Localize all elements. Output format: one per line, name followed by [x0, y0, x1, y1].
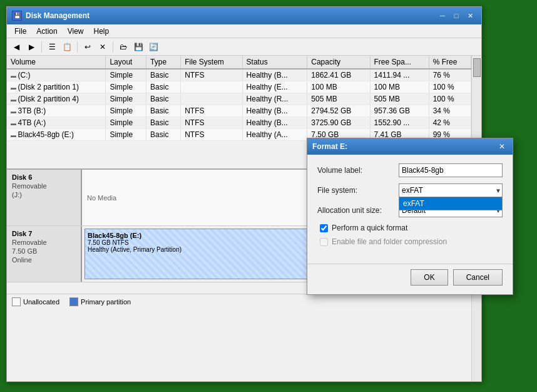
disk-7-type: Removable [12, 239, 76, 246]
minimize-button[interactable]: ─ [436, 11, 449, 21]
cell-r1-c2: Basic [146, 81, 181, 93]
file-system-control: exFAT ▼ exFAT [399, 183, 503, 197]
cell-r2-c2: Basic [146, 93, 181, 105]
toolbar-new[interactable]: 🗁 [116, 40, 130, 54]
dialog-close-button[interactable]: ✕ [496, 142, 508, 152]
cell-r5-c1: Simple [106, 129, 146, 141]
disk-6-type: Removable [12, 182, 76, 190]
separator-3 [113, 41, 113, 53]
toolbar-list[interactable]: ☰ [45, 40, 59, 54]
cell-r0-c7: 76 % [429, 69, 471, 81]
col-filesystem[interactable]: File System [181, 56, 242, 69]
cell-r3-c1: Simple [106, 105, 146, 117]
cell-r2-c3 [181, 93, 242, 105]
cell-r1-c3 [181, 81, 242, 93]
disk-7-status: Online [12, 256, 76, 264]
quick-format-label[interactable]: Perform a quick format [332, 224, 407, 232]
file-system-select[interactable]: exFAT [399, 183, 503, 197]
cell-r0-c2: Basic [146, 69, 181, 81]
file-system-dropdown[interactable]: exFAT [399, 197, 503, 210]
window-title: Disk Management [26, 11, 90, 20]
col-pctfree[interactable]: % Free [429, 56, 471, 69]
scrollbar-thumb[interactable] [473, 58, 481, 77]
menu-action[interactable]: Action [31, 26, 62, 36]
toolbar: ◀ ▶ ☰ 📋 ↩ ✕ 🗁 💾 🔄 [7, 38, 481, 56]
disk-7-label: Disk 7 Removable 7.50 GB Online [7, 226, 82, 282]
volume-label-text: Volume label: [317, 166, 399, 175]
file-system-select-wrapper: exFAT ▼ exFAT [399, 183, 503, 197]
cell-r3-c4: Healthy (B... [242, 105, 307, 117]
menu-view[interactable]: View [63, 26, 89, 36]
maximize-button[interactable]: □ [450, 11, 463, 21]
cell-r0-c6: 1411.94 ... [370, 69, 429, 81]
menu-help[interactable]: Help [89, 26, 115, 36]
toolbar-refresh[interactable]: 🔄 [146, 40, 160, 54]
close-button[interactable]: ✕ [464, 11, 476, 21]
toolbar-back[interactable]: ◀ [9, 40, 23, 54]
title-buttons: ─ □ ✕ [436, 11, 476, 21]
toolbar-forward[interactable]: ▶ [24, 40, 38, 54]
col-layout[interactable]: Layout [106, 56, 146, 69]
cell-r3-c5: 2794.52 GB [307, 105, 370, 117]
cell-r2-c5: 505 MB [307, 93, 370, 105]
legend-primary-label: Primary partition [81, 298, 131, 306]
cell-r4-c6: 1552.90 ... [370, 117, 429, 129]
file-system-row: File system: exFAT ▼ exFAT [317, 183, 503, 197]
cell-r4-c0: ▬ 4TB (A:) [7, 117, 106, 129]
toolbar-delete[interactable]: ✕ [96, 40, 110, 54]
col-status[interactable]: Status [242, 56, 307, 69]
dialog-title-bar: Format E: ✕ [307, 138, 513, 155]
dialog-title: Format E: [312, 142, 347, 151]
dropdown-exfat-1[interactable]: exFAT [399, 197, 502, 210]
disk-6-name: Disk 6 [12, 173, 76, 181]
file-system-label: File system: [317, 186, 399, 195]
toolbar-properties[interactable]: 📋 [60, 40, 74, 54]
quick-format-checkbox[interactable] [320, 224, 328, 232]
cell-r3-c2: Basic [146, 105, 181, 117]
cell-r0-c4: Healthy (B... [242, 69, 307, 81]
format-dialog: Format E: ✕ Volume label: File system: e… [307, 138, 513, 295]
cell-r0-c1: Simple [106, 69, 146, 81]
cell-r1-c1: Simple [106, 81, 146, 93]
cancel-button[interactable]: Cancel [453, 269, 503, 286]
cell-r0-c0: ▬ (C:) [7, 69, 106, 81]
dialog-buttons: OK Cancel [307, 264, 513, 294]
table-row[interactable]: ▬ 3TB (B:)SimpleBasicNTFSHealthy (B...27… [7, 105, 471, 117]
volume-label-control [399, 163, 503, 177]
legend-primary-box [69, 297, 78, 306]
cell-r0-c3: NTFS [181, 69, 242, 81]
legend-primary: Primary partition [69, 297, 131, 306]
cell-r4-c4: Healthy (B... [242, 117, 307, 129]
dialog-body: Volume label: File system: exFAT ▼ exFAT [307, 155, 513, 260]
cell-r1-c7: 100 % [429, 81, 471, 93]
col-volume[interactable]: Volume [7, 56, 106, 69]
cell-r1-c4: Healthy (E... [242, 81, 307, 93]
cell-r2-c4: Healthy (R... [242, 93, 307, 105]
cell-r4-c7: 42 % [429, 117, 471, 129]
cell-r3-c0: ▬ 3TB (B:) [7, 105, 106, 117]
toolbar-save[interactable]: 💾 [131, 40, 145, 54]
table-row[interactable]: ▬ (C:)SimpleBasicNTFSHealthy (B...1862.4… [7, 69, 471, 81]
volume-label-input[interactable] [399, 163, 503, 177]
disk-7-size: 7.50 GB [12, 247, 76, 255]
table-row[interactable]: ▬ (Disk 2 partition 4)SimpleBasicHealthy… [7, 93, 471, 105]
toolbar-undo[interactable]: ↩ [81, 40, 95, 54]
ok-button[interactable]: OK [411, 269, 447, 286]
table-row[interactable]: ▬ 4TB (A:)SimpleBasicNTFSHealthy (B...37… [7, 117, 471, 129]
col-free[interactable]: Free Spa... [370, 56, 429, 69]
cell-r2-c0: ▬ (Disk 2 partition 4) [7, 93, 106, 105]
allocation-label: Allocation unit size: [317, 206, 399, 215]
col-capacity[interactable]: Capacity [307, 56, 370, 69]
compression-checkbox[interactable] [320, 238, 328, 246]
table-row[interactable]: ▬ (Disk 2 partition 1)SimpleBasicHealthy… [7, 81, 471, 93]
cell-r5-c2: Basic [146, 129, 181, 141]
cell-r1-c6: 100 MB [370, 81, 429, 93]
cell-r2-c6: 505 MB [370, 93, 429, 105]
volume-label-row: Volume label: [317, 163, 503, 177]
menu-file[interactable]: File [9, 26, 31, 36]
cell-r0-c5: 1862.41 GB [307, 69, 370, 81]
col-type[interactable]: Type [146, 56, 181, 69]
disk-7-name: Disk 7 [12, 230, 76, 237]
legend-unallocated-box [12, 297, 21, 306]
cell-r4-c1: Simple [106, 117, 146, 129]
